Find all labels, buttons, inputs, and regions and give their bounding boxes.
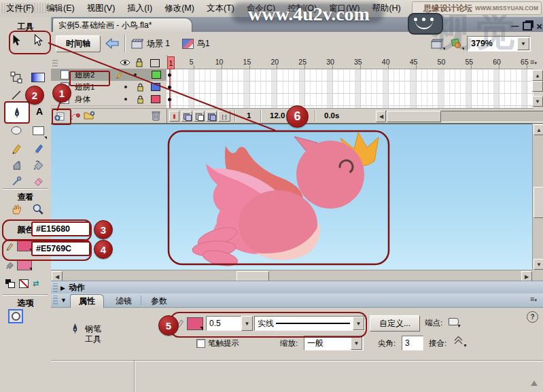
layer-visible-dot[interactable] <box>134 73 137 76</box>
fill-color-swatch[interactable] <box>17 260 32 270</box>
swap-colors-button[interactable]: ⇄ <box>33 279 39 288</box>
collapse-arrow-icon[interactable]: ▼ <box>60 297 67 304</box>
timeline-vscroll-thumb[interactable] <box>532 81 543 92</box>
stroke-style-combo[interactable]: 实线 ▼ <box>254 316 366 331</box>
no-color-button[interactable] <box>19 279 29 288</box>
rectangle-tool-button[interactable] <box>29 122 48 139</box>
selection-arrow-icon <box>10 34 22 46</box>
keyframe-dot[interactable] <box>168 98 171 101</box>
layer-outline-swatch[interactable] <box>151 95 160 103</box>
symbol-crumb[interactable]: 鸟1 <box>182 37 210 50</box>
frames-grid[interactable] <box>167 69 533 108</box>
stage-vscroll-thumb[interactable] <box>533 187 543 218</box>
edit-multiple-frames-button[interactable] <box>206 111 217 122</box>
gradient-transform-tool-button[interactable] <box>29 69 48 86</box>
actions-panel-bar[interactable]: ▶ 动作 <box>51 281 543 295</box>
close-button[interactable]: × <box>536 20 542 32</box>
stroke-height-dropdown-button[interactable]: ▼ <box>241 316 253 331</box>
tab-filters[interactable]: 滤镜 <box>109 296 138 307</box>
layer-lock-icon[interactable] <box>137 83 144 92</box>
layers-header-grip[interactable] <box>52 58 58 67</box>
layer-outline-swatch[interactable] <box>152 71 161 79</box>
minimize-button[interactable]: — <box>511 22 519 30</box>
keyframe-dot[interactable] <box>168 86 171 89</box>
eraser-tool-button[interactable] <box>29 172 48 190</box>
layer-name[interactable]: 翅膀2 <box>75 70 106 80</box>
pen-tool-button[interactable] <box>4 101 30 124</box>
scale-combo[interactable]: 一般 ▼ <box>304 336 364 351</box>
stage-hscrollbar[interactable]: ◀ ▶ <box>51 270 532 281</box>
layer-visible-dot[interactable] <box>124 98 127 101</box>
restore-button[interactable] <box>523 22 532 31</box>
stroke-hinting-label[interactable]: 笔触提示 <box>208 338 239 349</box>
menu-item-1[interactable]: 编辑(E) <box>40 0 81 16</box>
stroke-color-swatch[interactable] <box>17 240 32 251</box>
menu-item-0[interactable]: 文件(F) <box>0 0 40 16</box>
back-arrow-button[interactable] <box>104 37 120 50</box>
layer-visible-dot[interactable] <box>124 86 127 88</box>
stroke-style-line-preview <box>276 323 350 324</box>
oval-tool-button[interactable] <box>7 122 26 139</box>
keyframe-dot[interactable] <box>168 73 171 77</box>
lock-all-icon[interactable] <box>135 58 143 67</box>
timeline-vscroll-down-button[interactable]: ▼ <box>532 96 543 107</box>
object-drawing-toggle[interactable] <box>8 309 23 323</box>
outline-all-icon[interactable] <box>150 59 160 67</box>
timeline-vscroll-up-button[interactable]: ▲ <box>532 70 543 81</box>
timeline-scroll-thumb[interactable] <box>387 111 441 122</box>
onion-skin-outlines-button[interactable] <box>194 111 205 122</box>
menu-item-2[interactable]: 视图(V) <box>81 0 122 16</box>
onion-skin-button[interactable] <box>181 111 192 122</box>
timeline-toggle-button[interactable]: 时间轴 <box>56 35 101 52</box>
stroke-color-swatch-properties[interactable] <box>187 317 203 330</box>
delete-layer-button[interactable] <box>152 110 161 121</box>
tab-parameters[interactable]: 参数 <box>145 296 173 307</box>
text-tool-button[interactable]: A <box>30 103 49 120</box>
cap-dropdown-arrow-icon[interactable]: ▼ <box>457 323 461 328</box>
miter-input[interactable]: 3 <box>402 336 423 351</box>
custom-stroke-button[interactable]: 自定义... <box>370 315 420 332</box>
add-folder-button[interactable] <box>84 111 95 120</box>
stroke-style-dropdown-button[interactable]: ▼ <box>353 317 364 330</box>
stroke-height-input[interactable]: 0.5 <box>206 316 241 331</box>
stage-viewport[interactable] <box>51 124 532 270</box>
zoom-tool-button[interactable] <box>29 200 48 218</box>
add-motion-guide-button[interactable] <box>69 111 80 121</box>
selection-tool-button[interactable] <box>7 31 26 49</box>
default-colors-button[interactable] <box>5 279 15 288</box>
subselection-tool-button[interactable] <box>29 31 48 49</box>
stage-scroll-up-button[interactable]: ▲ <box>533 124 543 135</box>
center-frame-button[interactable] <box>169 111 179 122</box>
scale-dropdown-button[interactable]: ▼ <box>351 336 362 350</box>
stroke-hinting-checkbox[interactable] <box>196 339 205 348</box>
layer-outline-swatch[interactable] <box>151 83 160 91</box>
playhead[interactable]: 1 <box>167 56 175 69</box>
properties-panel-menu-button[interactable]: ≡▾ <box>527 295 540 303</box>
help-button[interactable]: ? <box>527 311 538 323</box>
menu-item-4[interactable]: 修改(M) <box>158 0 200 16</box>
free-transform-tool-button[interactable] <box>7 69 26 86</box>
panel-resize-grip-icon[interactable] <box>531 380 538 386</box>
tab-properties[interactable]: 属性 <box>70 294 104 308</box>
layer-name[interactable]: 身体 <box>75 94 106 105</box>
modify-onion-markers-button[interactable]: [·] <box>218 111 230 122</box>
layer-lock-icon[interactable] <box>137 95 144 104</box>
ruler-label-40: 40 <box>379 58 393 66</box>
eyedropper-tool-button[interactable] <box>7 172 26 190</box>
join-dropdown-arrow-icon[interactable]: ▼ <box>463 343 468 348</box>
layer-row-wing2[interactable]: 翅膀2 <box>51 69 167 82</box>
show-hide-all-icon[interactable] <box>120 59 130 66</box>
stage-scroll-down-button[interactable]: ▼ <box>533 259 543 270</box>
brush-tool-button[interactable] <box>29 139 48 157</box>
join-option-icon[interactable] <box>453 336 463 344</box>
scene-crumb[interactable]: 场景 1 <box>131 37 170 50</box>
add-layer-button[interactable] <box>54 111 65 121</box>
layer-name[interactable]: 翅膀1 <box>75 82 106 92</box>
menu-item-3[interactable]: 插入(I) <box>121 0 158 16</box>
pencil-tool-button[interactable] <box>7 139 26 157</box>
stroke-hex-value: #E15680 <box>36 224 70 234</box>
hand-tool-button[interactable] <box>7 200 26 218</box>
stage-vscrollbar[interactable]: ▲ ▼ <box>532 124 543 270</box>
timeline-panel-menu-button[interactable]: ≡▾ <box>527 58 540 67</box>
document-tab[interactable]: 实例5.基础绘画 - 小鸟.fla* <box>52 18 192 33</box>
